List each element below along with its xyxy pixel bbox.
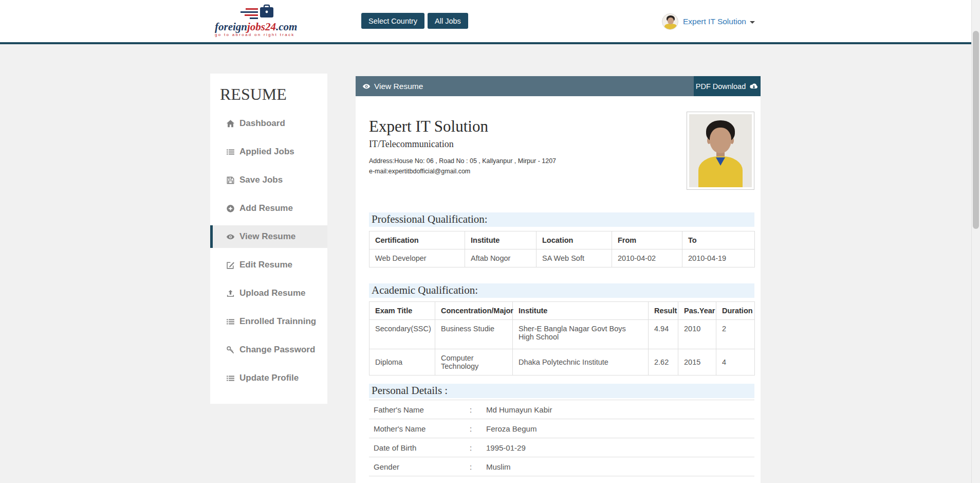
professional-qualification-heading: Professional Qualification: <box>369 212 754 227</box>
candidate-address: Address:House No: 06 , Road No : 05 , Ka… <box>369 157 556 165</box>
table-cell: 4 <box>716 349 755 375</box>
list-icon <box>226 317 235 326</box>
detail-value: Md Humayun Kabir <box>486 405 754 414</box>
academic-qualification-table: Exam Title Concentration/Major Institute… <box>369 301 755 375</box>
table-cell: SA Web Soft <box>537 249 612 267</box>
column-header: To <box>682 231 755 249</box>
detail-label: Gender <box>369 462 470 471</box>
view-resume-panel: View Resume PDF Download Expert IT Solut… <box>356 76 761 483</box>
eye-icon <box>362 82 371 91</box>
sidebar-item-upload-resume[interactable]: Upload Resume <box>210 282 327 305</box>
detail-separator: : <box>470 405 486 414</box>
column-header: Result <box>649 302 678 320</box>
sidebar-item-label: Upload Resume <box>239 288 305 298</box>
list-icon <box>226 148 235 156</box>
top-navbar: foreignjobs24.com go to abroad on right … <box>0 0 980 44</box>
save-icon <box>226 176 235 185</box>
scrollbar-thumb[interactable] <box>973 31 979 229</box>
list-item: Gender : Muslim <box>369 457 754 476</box>
sidebar-item-dashboard[interactable]: Dashboard <box>210 112 327 135</box>
table-cell: 2015 <box>678 349 716 375</box>
detail-separator: : <box>470 443 486 452</box>
table-cell: Web Developer <box>369 249 465 267</box>
table-row: Diploma Computer Technology Dhaka Polyte… <box>369 349 755 375</box>
list-item: Father's Name : Md Humayun Kabir <box>369 400 754 419</box>
briefcase-icon <box>215 4 312 22</box>
table-cell: 2 <box>716 320 755 349</box>
table-cell: 4.94 <box>649 320 678 349</box>
detail-label: Mother's Name <box>369 424 470 433</box>
table-row: Secondary(SSC) Business Studie Sher-E Ba… <box>369 320 755 349</box>
sidebar-item-label: Edit Resume <box>239 260 292 270</box>
sidebar-item-enrolled-trainning[interactable]: Enrolled Trainning <box>210 310 327 333</box>
sidebar-item-label: Applied Jobs <box>239 147 294 157</box>
edit-icon <box>226 261 235 270</box>
panel-title: View Resume <box>362 76 423 96</box>
chevron-down-icon <box>750 21 755 24</box>
table-cell: Dhaka Polytechnic Institute <box>513 349 649 375</box>
academic-qualification-heading: Academic Qualification: <box>369 283 754 298</box>
column-header: Duration <box>716 302 755 320</box>
detail-separator: : <box>470 462 486 471</box>
sidebar-item-label: Change Password <box>239 345 315 355</box>
page: foreignjobs24.com go to abroad on right … <box>0 0 980 483</box>
candidate-name: Expert IT Solution <box>369 117 488 136</box>
pdf-download-button[interactable]: PDF Download <box>694 76 761 96</box>
column-header: Institute <box>465 231 537 249</box>
brand-tagline: go to abroad on right track <box>215 32 312 37</box>
plus-circle-icon <box>226 204 235 213</box>
table-cell: Computer Technology <box>435 349 513 375</box>
panel-header: View Resume PDF Download <box>356 76 761 96</box>
user-menu[interactable]: Expert IT Solution <box>662 13 755 30</box>
table-header-row: Certification Institute Location From To <box>369 231 755 249</box>
column-header: Exam Title <box>369 302 435 320</box>
table-cell: Sher-E Bangla Nagar Govt Boys High Schoo… <box>513 320 649 349</box>
detail-value: 1995-01-29 <box>486 443 754 452</box>
detail-label: Father's Name <box>369 405 470 414</box>
column-header: Location <box>537 231 612 249</box>
sidebar-item-applied-jobs[interactable]: Applied Jobs <box>210 140 327 163</box>
candidate-photo <box>687 112 754 190</box>
sidebar-item-label: Dashboard <box>239 118 285 129</box>
candidate-email: e-mail:expertitbdofficial@gmail.com <box>369 168 470 175</box>
sidebar-item-change-password[interactable]: Change Password <box>210 338 327 361</box>
table-cell: 2010-04-02 <box>612 249 682 267</box>
brand-wordmark: foreignjobs24.com <box>215 22 312 32</box>
detail-value: Muslim <box>486 462 754 471</box>
sidebar-item-label: Enrolled Trainning <box>239 316 316 327</box>
home-icon <box>226 119 235 128</box>
table-cell: 2.62 <box>649 349 678 375</box>
vertical-scrollbar[interactable] <box>971 0 980 483</box>
sidebar-item-label: Add Resume <box>239 203 293 213</box>
resume-sidebar: RESUME Dashboard Applied Jobs Save Jobs … <box>210 74 327 404</box>
select-country-button[interactable]: Select Country <box>361 13 424 29</box>
eye-icon <box>226 232 235 241</box>
column-header: Concentration/Major <box>435 302 513 320</box>
sidebar-item-add-resume[interactable]: Add Resume <box>210 197 327 220</box>
sidebar-item-edit-resume[interactable]: Edit Resume <box>210 254 327 276</box>
sidebar-item-save-jobs[interactable]: Save Jobs <box>210 169 327 191</box>
site-logo[interactable]: foreignjobs24.com go to abroad on right … <box>215 4 312 37</box>
sidebar-item-view-resume[interactable]: View Resume <box>210 225 327 248</box>
all-jobs-button[interactable]: All Jobs <box>428 13 468 29</box>
column-header: From <box>612 231 682 249</box>
candidate-category: IT/Telecommunication <box>369 139 454 150</box>
sidebar-title: RESUME <box>220 85 287 104</box>
detail-label: Date of Birth <box>369 443 470 452</box>
table-header-row: Exam Title Concentration/Major Institute… <box>369 302 755 320</box>
user-name: Expert IT Solution <box>683 17 746 26</box>
table-cell: 2010-04-19 <box>682 249 755 267</box>
sidebar-item-label: Update Profile <box>239 373 299 383</box>
table-cell: Aftab Nogor <box>465 249 537 267</box>
column-header: Pas.Year <box>678 302 716 320</box>
upload-icon <box>226 289 235 298</box>
column-header: Certification <box>369 231 465 249</box>
personal-details-heading: Personal Details : <box>369 384 754 398</box>
sidebar-item-update-profile[interactable]: Update Profile <box>210 367 327 389</box>
key-icon <box>226 346 235 354</box>
column-header: Institute <box>513 302 649 320</box>
detail-separator: : <box>470 424 486 433</box>
table-cell: Secondary(SSC) <box>369 320 435 349</box>
list-item: Date of Birth : 1995-01-29 <box>369 438 754 457</box>
table-cell: Diploma <box>369 349 435 375</box>
